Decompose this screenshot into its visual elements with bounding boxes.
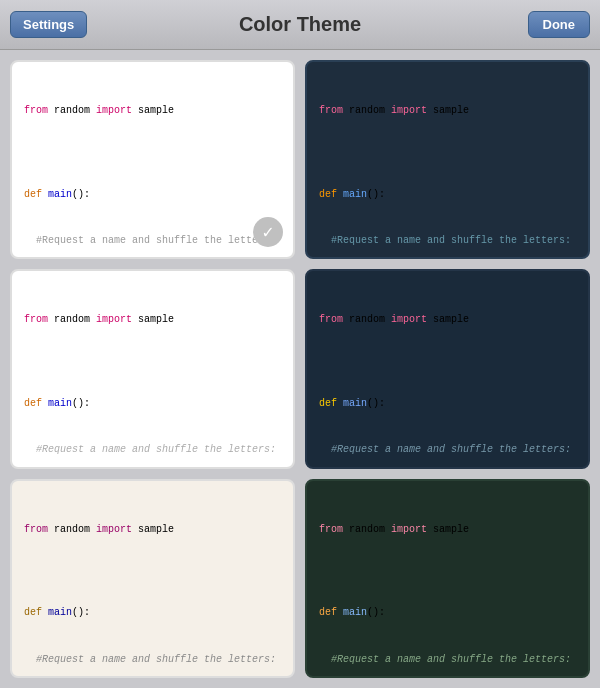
code-preview-dark-3: from random import sample def main(): #R…	[319, 491, 578, 678]
done-button[interactable]: Done	[528, 11, 591, 38]
themes-grid: from random import sample def main(): #R…	[0, 50, 600, 688]
theme-card-light-2[interactable]: from random import sample def main(): #R…	[10, 269, 295, 468]
theme-card-light-3[interactable]: from random import sample def main(): #R…	[10, 479, 295, 678]
code-preview-dark-1: from random import sample def main(): #R…	[319, 72, 578, 259]
code-preview-light-1: from random import sample def main(): #R…	[24, 72, 283, 259]
theme-card-dark-3[interactable]: from random import sample def main(): #R…	[305, 479, 590, 678]
code-preview-light-3: from random import sample def main(): #R…	[24, 491, 283, 678]
app-header: Settings Color Theme Done	[0, 0, 600, 50]
code-preview-dark-2: from random import sample def main(): #R…	[319, 281, 578, 468]
page-title: Color Theme	[239, 13, 361, 36]
theme-card-light-1[interactable]: from random import sample def main(): #R…	[10, 60, 295, 259]
theme-card-dark-2[interactable]: from random import sample def main(): #R…	[305, 269, 590, 468]
code-preview-light-2: from random import sample def main(): #R…	[24, 281, 283, 468]
settings-button[interactable]: Settings	[10, 11, 87, 38]
theme-card-dark-1[interactable]: from random import sample def main(): #R…	[305, 60, 590, 259]
